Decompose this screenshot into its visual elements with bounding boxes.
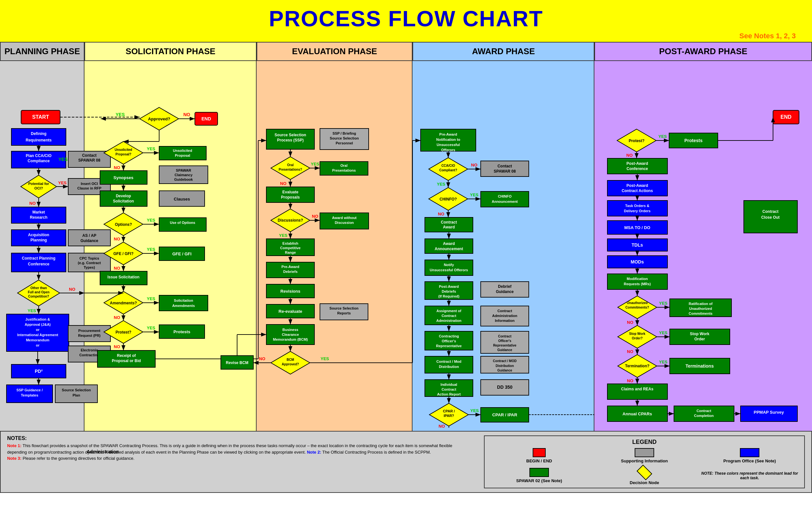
svg-text:Establish: Establish [282, 241, 299, 245]
svg-text:Order: Order [694, 337, 705, 341]
svg-text:Contract: Contract [441, 314, 456, 318]
evaluation-phase-header: EVALUATION PHASE [257, 42, 412, 61]
svg-text:Guidance: Guidance [497, 348, 512, 352]
svg-text:Information: Information [495, 319, 515, 322]
svg-text:Annual CPARs: Annual CPARs [623, 411, 652, 416]
svg-text:YES: YES [321, 356, 329, 361]
svg-text:Guidance: Guidance [81, 239, 98, 243]
svg-text:Discussions?: Discussions? [278, 218, 303, 223]
svg-text:NO: NO [69, 287, 75, 292]
svg-text:Plan: Plan [72, 393, 80, 397]
svg-text:Issue Solicitation: Issue Solicitation [107, 275, 140, 279]
svg-text:Debriefs: Debriefs [442, 289, 456, 293]
svg-text:CPAR /: CPAR / [443, 409, 455, 413]
svg-text:Representative: Representative [436, 344, 462, 348]
svg-rect-34 [68, 230, 111, 246]
svg-text:Amendments: Amendments [172, 304, 195, 308]
svg-text:Approved?: Approved? [148, 117, 171, 121]
svg-text:Acquisition: Acquisition [28, 232, 49, 237]
svg-text:SPAWAR 08: SPAWAR 08 [494, 169, 516, 174]
svg-text:Individual: Individual [440, 382, 457, 387]
svg-text:Source Selection: Source Selection [329, 306, 359, 310]
svg-text:Compliant?: Compliant? [439, 168, 457, 172]
svg-text:YES: YES [659, 301, 667, 306]
svg-text:Contracting: Contracting [79, 353, 99, 357]
legend-decision-label: Decision Node [630, 480, 659, 485]
svg-text:YES: YES [28, 308, 36, 313]
svg-text:Close Out: Close Out [761, 215, 780, 220]
svg-text:Guidance: Guidance [496, 289, 514, 294]
svg-text:NO: NO [280, 181, 287, 186]
svg-text:Distribution: Distribution [496, 364, 514, 368]
main-container: PROCESS FLOW CHART See Notes 1, 2, 3 PLA… [0, 0, 812, 493]
svg-rect-171 [266, 187, 315, 202]
svg-text:Debrief: Debrief [498, 284, 511, 289]
svg-text:PPMAP Survey: PPMAP Survey [754, 410, 784, 415]
svg-text:YES: YES [659, 330, 667, 335]
svg-text:SPAWAR 08: SPAWAR 08 [78, 158, 100, 163]
svg-text:Evaluate: Evaluate [282, 190, 299, 194]
svg-rect-340 [607, 274, 667, 289]
svg-text:Order?: Order? [632, 336, 642, 340]
award-phase-header: AWARD PHASE [412, 42, 594, 61]
svg-rect-105 [100, 191, 147, 206]
svg-text:Terminations: Terminations [686, 363, 714, 369]
notes-section: NOTES: Note 1: This flowchart provides a… [0, 431, 812, 493]
svg-text:Assignment of: Assignment of [436, 309, 462, 313]
svg-text:Pre-Award: Pre-Award [439, 132, 457, 136]
svg-text:YES: YES [147, 218, 155, 223]
svg-text:Termination?: Termination? [625, 364, 649, 368]
svg-text:Guidance: Guidance [497, 369, 512, 372]
svg-text:Source Selection: Source Selection [274, 133, 306, 137]
svg-text:Approval (J&A): Approval (J&A) [25, 322, 51, 327]
svg-text:YES: YES [470, 408, 479, 413]
svg-text:Approved?: Approved? [282, 362, 299, 366]
svg-text:Unauthorized: Unauthorized [627, 301, 648, 305]
svg-text:Research: Research [30, 215, 47, 220]
legend-spawar02: SPAWAR 02 (See Note) [490, 468, 589, 483]
svg-text:Task Orders &: Task Orders & [625, 204, 649, 208]
svg-text:CPC Topics: CPC Topics [79, 256, 99, 260]
legend-grid: BEGIN / END Supporting Information Progr… [490, 448, 799, 485]
svg-text:Administration: Administration [492, 314, 518, 318]
svg-text:Stop Work: Stop Work [690, 332, 709, 336]
svg-text:Protests: Protests [173, 329, 190, 334]
svg-text:Post-Award: Post-Award [626, 161, 648, 166]
svg-text:YES: YES [659, 360, 667, 364]
svg-text:NO: NO [114, 237, 120, 241]
svg-text:Source Selection: Source Selection [330, 136, 359, 140]
svg-text:Claims and REAs: Claims and REAs [621, 387, 653, 391]
svg-text:Debriefs: Debriefs [283, 270, 298, 273]
svg-text:CHINFO: CHINFO [498, 194, 512, 198]
svg-text:OCI?: OCI? [34, 186, 43, 190]
svg-text:SSP / Briefing: SSP / Briefing [333, 131, 356, 135]
svg-text:Protest?: Protest? [116, 330, 132, 334]
svg-text:NO: NO [312, 214, 318, 219]
svg-text:Award: Award [443, 241, 455, 246]
svg-text:NO: NO [627, 320, 633, 325]
svg-text:YES: YES [58, 180, 67, 185]
svg-text:Contracting: Contracting [439, 334, 459, 338]
svg-text:Receipt of: Receipt of [117, 354, 136, 358]
svg-text:Types): Types) [84, 266, 95, 269]
svg-text:Options?: Options? [115, 222, 132, 227]
svg-text:CPAR / IPAR: CPAR / IPAR [492, 412, 518, 417]
legend-program-office-label: Program Office (See Note) [723, 459, 776, 463]
legend-decision: Decision Node [595, 466, 694, 485]
notes-left: NOTES: Note 1: This flowchart provides a… [7, 435, 471, 462]
legend-spawar02-label: SPAWAR 02 (See Note) [516, 478, 562, 483]
svg-text:Announcement: Announcement [435, 246, 463, 251]
svg-text:Plan CCA/CIO: Plan CCA/CIO [26, 153, 51, 158]
contracting-label: Administration [87, 449, 119, 454]
svg-text:Post-Award: Post-Award [439, 285, 459, 288]
svg-text:NO: NO [627, 349, 633, 354]
svg-text:Contract: Contract [696, 409, 711, 413]
svg-text:Market: Market [32, 210, 45, 214]
svg-text:BCM: BCM [287, 358, 294, 361]
legend-supporting-label: Supporting Information [621, 459, 668, 463]
svg-text:Officer's: Officer's [442, 339, 456, 343]
svg-text:Protest?: Protest? [629, 138, 645, 143]
svg-text:Competitive: Competitive [280, 246, 301, 250]
svg-text:Claimancy: Claimancy [174, 173, 193, 177]
svg-text:Contract / MOD: Contract / MOD [493, 359, 517, 363]
